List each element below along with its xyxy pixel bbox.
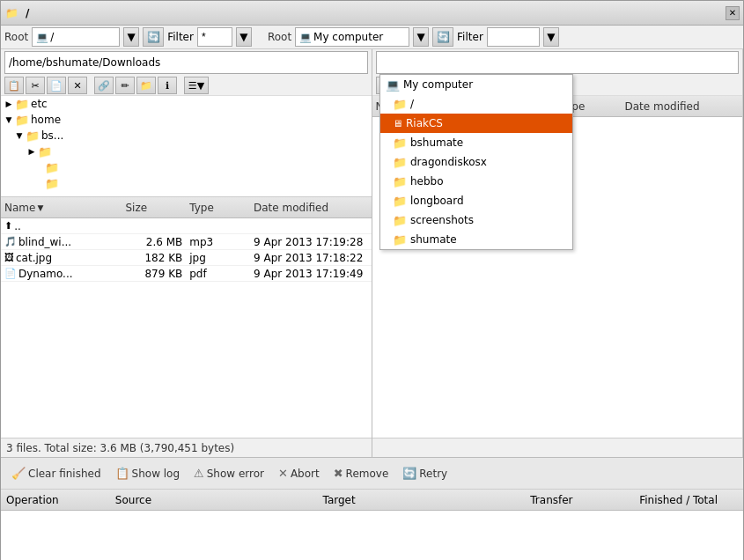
ops-table: Operation Source Target Transfer Finishe… xyxy=(1,489,743,559)
right-col-date-header[interactable]: Date modified xyxy=(622,100,743,113)
dropdown-item-shumate[interactable]: 📁 shumate xyxy=(380,230,572,249)
tree-arrow-sub1: ▶ xyxy=(26,145,38,158)
left-filter-arrow[interactable]: ▼ xyxy=(236,27,252,47)
left-tb-delete-btn[interactable]: ✕ xyxy=(68,77,87,94)
dropdown-item-longboard[interactable]: 📁 longboard xyxy=(380,191,572,210)
table-row[interactable]: 📄 Dynamo... 879 KB pdf 9 Apr 2013 17:19:… xyxy=(1,266,372,282)
left-path-bar[interactable]: /home/bshumate/Downloads xyxy=(4,51,368,74)
left-col-name-header[interactable]: Name ▼ xyxy=(1,202,122,214)
left-file-rows[interactable]: ⬆ .. 🎵 blind_wi... xyxy=(1,218,372,438)
clear-finished-button[interactable]: 🧹 Clear finished xyxy=(8,465,105,482)
right-filter-input[interactable] xyxy=(487,27,540,47)
right-root-arrow[interactable]: ▼ xyxy=(413,27,429,47)
panels-area: /home/bshumate/Downloads 📋 ✂ 📄 ✕ 🔗 ✏ 📁 ℹ… xyxy=(1,49,743,457)
dropdown-item-bshumate[interactable]: 📁 bshumate xyxy=(380,133,572,152)
tree-item-sub1[interactable]: ▶ 📁 xyxy=(1,144,372,159)
abort-icon: ✕ xyxy=(278,467,288,480)
folder-icon-home: 📁 xyxy=(15,114,29,126)
server-icon: 🖥 xyxy=(393,118,402,129)
left-tb-cut-btn[interactable]: ✂ xyxy=(26,77,45,94)
window-title: / xyxy=(22,7,722,19)
ops-col-finished: Finished / Total xyxy=(634,494,743,506)
right-status-bar xyxy=(372,438,743,457)
left-file-tree[interactable]: ▶ 📁 etc ▼ 📁 home ▼ 📁 bs... xyxy=(1,96,372,197)
left-file-list: Name ▼ Size Type Date modified ⬆ xyxy=(1,197,372,438)
folder-icon: 📁 xyxy=(393,98,407,111)
retry-label: Retry xyxy=(419,468,447,480)
folder-icon-bs: 📁 xyxy=(26,129,40,142)
left-path-text: /home/bshumate/Downloads xyxy=(9,56,160,69)
left-col-size-header[interactable]: Size xyxy=(122,202,187,214)
show-log-button[interactable]: 📋 Show log xyxy=(112,465,184,482)
left-tb-info-btn[interactable]: ℹ xyxy=(158,77,177,94)
remove-icon: ✖ xyxy=(334,467,343,480)
table-row[interactable]: ⬆ .. xyxy=(1,218,372,234)
left-col-type-header[interactable]: Type xyxy=(186,202,250,214)
folder-icon-etc: 📁 xyxy=(15,98,29,110)
title-bar: 📁 / ✕ xyxy=(1,1,743,26)
left-tb-paste-btn[interactable]: 📄 xyxy=(47,77,66,94)
left-filter-label: Filter xyxy=(167,31,194,43)
abort-label: Abort xyxy=(291,468,320,480)
computer-icon: 💻 xyxy=(386,78,400,92)
left-panel: /home/bshumate/Downloads 📋 ✂ 📄 ✕ 🔗 ✏ 📁 ℹ… xyxy=(1,49,372,457)
abort-button[interactable]: ✕ Abort xyxy=(275,465,323,482)
tree-arrow-sub3 xyxy=(38,177,45,189)
folder-icon-sub2: 📁 xyxy=(45,161,59,173)
show-error-button[interactable]: ⚠ Show error xyxy=(190,465,268,482)
ops-col-target: Target xyxy=(318,494,526,506)
left-tb-copy-btn[interactable]: 📋 xyxy=(4,77,24,94)
tree-item-sub2[interactable]: 📁 xyxy=(1,159,372,175)
left-filter-input[interactable] xyxy=(197,27,232,47)
file-icon: 📄 xyxy=(4,268,17,279)
left-root-combo[interactable]: 💻 / xyxy=(32,27,120,47)
dropdown-item-riakcs[interactable]: 🖥 RiakCS xyxy=(380,114,572,133)
tree-arrow-sub2 xyxy=(38,161,45,173)
up-icon: ⬆ xyxy=(4,220,12,232)
right-root-label: Root xyxy=(268,31,291,43)
left-tb-link-btn[interactable]: 🔗 xyxy=(94,77,114,94)
left-col-date-header[interactable]: Date modified xyxy=(250,202,372,214)
folder-icon-sub3: 📁 xyxy=(45,177,59,189)
error-icon: ⚠ xyxy=(194,467,204,480)
top-toolbar: Root 💻 / ▼ 🔄 Filter ▼ Root 💻 My computer… xyxy=(1,26,743,49)
tree-item-home[interactable]: ▼ 📁 home xyxy=(1,112,372,128)
dropdown-item-screenshots[interactable]: 📁 screenshots xyxy=(380,210,572,230)
clear-icon: 🧹 xyxy=(11,467,26,480)
tree-item-sub3[interactable]: 📁 xyxy=(1,175,372,191)
dropdown-item-hebbo[interactable]: 📁 hebbo xyxy=(380,172,572,191)
folder-icon-sub1: 📁 xyxy=(38,145,52,158)
remove-button[interactable]: ✖ Remove xyxy=(330,465,393,482)
table-row[interactable]: 🖼 cat.jpg 182 KB jpg 9 Apr 2013 17:18:22 xyxy=(1,250,372,266)
table-row[interactable]: 🎵 blind_wi... 2.6 MB mp3 9 Apr 2013 17:1… xyxy=(1,234,372,250)
retry-button[interactable]: 🔄 Retry xyxy=(399,465,451,482)
root-dropdown: 💻 My computer 📁 / 🖥 RiakCS 📁 bshumate 📁 … xyxy=(379,74,573,250)
dropdown-item-mycomputer[interactable]: 💻 My computer xyxy=(380,75,572,94)
left-reload-button[interactable]: 🔄 xyxy=(143,27,164,47)
left-root-label: Root xyxy=(4,31,28,43)
close-button[interactable]: ✕ xyxy=(726,6,740,20)
tree-arrow-bs: ▼ xyxy=(13,129,26,142)
right-path-bar[interactable] xyxy=(376,51,740,74)
folder-icon: 📁 xyxy=(393,195,407,208)
file-icon: 🖼 xyxy=(4,252,14,263)
left-root-arrow[interactable]: ▼ xyxy=(123,27,139,47)
folder-icon: 📁 xyxy=(393,214,407,227)
tree-arrow-etc: ▶ xyxy=(3,98,15,110)
right-filter-label: Filter xyxy=(457,31,483,43)
right-root-combo[interactable]: 💻 My computer xyxy=(295,27,409,47)
ops-col-transfer: Transfer xyxy=(525,494,634,506)
left-tb-rename-btn[interactable]: ✏ xyxy=(115,77,135,94)
dropdown-item-dragondiskosx[interactable]: 📁 dragondiskosx xyxy=(380,152,572,172)
folder-icon: 📁 xyxy=(393,175,407,188)
left-tb-view-btn[interactable]: ☰▼ xyxy=(184,77,209,94)
tree-item-bs[interactable]: ▼ 📁 bs... xyxy=(1,128,372,144)
left-status-bar: 3 files. Total size: 3.6 MB (3,790,451 b… xyxy=(1,438,372,457)
right-filter-arrow[interactable]: ▼ xyxy=(543,27,559,47)
left-tb-newfolder-btn[interactable]: 📁 xyxy=(136,77,156,94)
tree-item-etc[interactable]: ▶ 📁 etc xyxy=(1,96,372,112)
ops-table-header: Operation Source Target Transfer Finishe… xyxy=(1,490,743,511)
dropdown-item-root[interactable]: 📁 / xyxy=(380,94,572,114)
folder-icon: 📁 xyxy=(393,136,407,150)
right-reload-button[interactable]: 🔄 xyxy=(432,27,453,47)
